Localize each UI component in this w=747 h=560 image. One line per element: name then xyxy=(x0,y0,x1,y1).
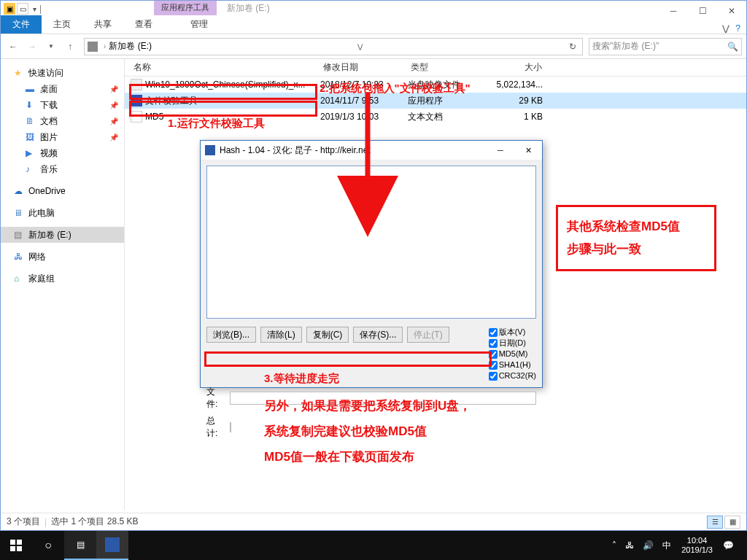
up-button[interactable]: ↑ xyxy=(62,39,78,55)
anno-sidenote: 其他系统检查MD5值 步骤与此一致 xyxy=(556,205,716,271)
column-headers[interactable]: 名称 修改日期 类型 大小 xyxy=(125,59,746,77)
chk-version[interactable]: 版本(V) xyxy=(489,327,536,338)
sidebar-onedrive[interactable]: ☁OneDrive xyxy=(1,183,124,199)
chk-md5[interactable]: MD5(M) xyxy=(489,349,536,359)
taskbar: ○ ▤ ˄ 🖧 🔊 中 10:042019/1/3 💬 xyxy=(0,531,747,560)
nav-bar: ← → ▼ ↑ › 新加卷 (E:) ⋁ ↻ 搜索"新加卷 (E:)" 🔍 xyxy=(1,34,746,59)
forward-button[interactable]: → xyxy=(24,39,40,55)
svg-rect-3 xyxy=(10,546,15,551)
status-bar: 3 个项目 | 选中 1 个项目 28.5 KB ☰ ▦ xyxy=(1,513,746,530)
breadcrumb[interactable]: 新加卷 (E:) xyxy=(107,40,153,52)
view-thumbs-button[interactable]: ▦ xyxy=(724,516,740,529)
tray-notifications-icon[interactable]: 💬 xyxy=(719,540,738,551)
sidebar-drive-e[interactable]: ▤新加卷 (E:) xyxy=(1,227,124,243)
sidebar-pictures[interactable]: 🖼图片📌 xyxy=(1,129,124,145)
pin-icon: 📌 xyxy=(109,133,118,141)
anno-1: 1.运行文件校验工具 xyxy=(168,117,265,131)
minimize-button[interactable]: ─ xyxy=(659,1,688,21)
qa-dropdown[interactable]: ▾ │ xyxy=(33,5,43,13)
hash-options: 版本(V) 日期(D) MD5(M) SHA1(H) CRC32(R) xyxy=(489,327,536,381)
chk-crc32[interactable]: CRC32(R) xyxy=(489,370,536,381)
anno-2: 2.把系统包拖入"文件校验工具" xyxy=(320,82,471,96)
quick-access-toolbar: ▣ ▭ ▾ │ xyxy=(1,1,746,17)
total-label: 总计: xyxy=(206,415,225,440)
start-button[interactable] xyxy=(0,531,32,560)
file-size: 5,022,134... xyxy=(492,79,543,90)
anno-3: 3.等待进度走完 xyxy=(264,372,339,386)
total-progress xyxy=(230,422,231,432)
anno-box-fileprog xyxy=(204,351,492,367)
tray-up-icon[interactable]: ˄ xyxy=(608,540,621,551)
hash-close-button[interactable]: ✕ xyxy=(514,141,542,159)
file-type: 文本文档 xyxy=(408,111,492,123)
sidebar-downloads[interactable]: ⬇下载📌 xyxy=(1,97,124,113)
cortana-button[interactable]: ○ xyxy=(32,531,64,560)
sidebar-videos[interactable]: ▶视频 xyxy=(1,145,124,161)
view-details-button[interactable]: ☰ xyxy=(707,516,723,529)
search-input[interactable]: 搜索"新加卷 (E:)" 🔍 xyxy=(589,38,742,55)
maximize-button[interactable]: ☐ xyxy=(688,1,717,21)
properties-icon[interactable]: ▭ xyxy=(17,3,28,15)
sidebar-homegroup[interactable]: ⌂家庭组 xyxy=(1,271,124,287)
chevron-right-icon[interactable]: › xyxy=(102,42,107,50)
anno-arrow xyxy=(353,93,382,219)
file-size: 1 KB xyxy=(492,112,543,122)
sidebar-desktop[interactable]: ▬桌面📌 xyxy=(1,81,124,97)
help-icon[interactable]: ? xyxy=(735,23,740,34)
svg-rect-1 xyxy=(10,540,15,545)
ribbon-expand-icon[interactable]: ⋁ xyxy=(722,23,729,34)
save-button[interactable]: 保存(S)... xyxy=(353,327,403,343)
ribbon-tabs: 文件 主页 共享 查看 管理 ⋁? xyxy=(1,17,746,34)
tab-file[interactable]: 文件 xyxy=(1,15,42,34)
status-count: 3 个项目 xyxy=(7,516,40,528)
col-type: 类型 xyxy=(408,59,492,76)
back-button[interactable]: ← xyxy=(5,39,21,55)
task-hash[interactable] xyxy=(96,531,128,560)
file-label: 文件: xyxy=(206,386,225,411)
browse-button[interactable]: 浏览(B)... xyxy=(206,327,256,343)
tab-view[interactable]: 查看 xyxy=(123,15,164,34)
col-date: 修改日期 xyxy=(320,59,408,76)
anno-6: MD5值一般在下载页面发布 xyxy=(264,448,414,465)
task-explorer[interactable]: ▤ xyxy=(64,531,96,560)
tray-network-icon[interactable]: 🖧 xyxy=(621,540,638,551)
close-button[interactable]: ✕ xyxy=(717,1,746,21)
stop-button: 停止(T) xyxy=(407,327,449,343)
sidebar-this-pc[interactable]: 🖥此电脑 xyxy=(1,205,124,221)
address-dropdown-icon[interactable]: ⋁ xyxy=(355,43,365,50)
tray-ime[interactable]: 中 xyxy=(658,540,676,552)
clear-button[interactable]: 清除(L) xyxy=(260,327,302,343)
svg-rect-2 xyxy=(17,540,22,545)
search-icon[interactable]: 🔍 xyxy=(727,42,738,52)
window-controls: ─ ☐ ✕ xyxy=(659,1,746,21)
tray-volume-icon[interactable]: 🔊 xyxy=(638,540,658,551)
nav-sidebar: ★快速访问 ▬桌面📌 ⬇下载📌 🗎文档📌 🖼图片📌 ▶视频 ♪音乐 ☁OneDr… xyxy=(1,59,125,510)
chk-date[interactable]: 日期(D) xyxy=(489,338,536,349)
copy-button[interactable]: 复制(C) xyxy=(306,327,349,343)
refresh-icon[interactable]: ↻ xyxy=(566,42,579,52)
hash-app-icon xyxy=(205,145,215,155)
system-tray: ˄ 🖧 🔊 中 10:042019/1/3 💬 xyxy=(608,531,747,560)
svg-rect-4 xyxy=(17,546,22,551)
tray-clock[interactable]: 10:042019/1/3 xyxy=(676,536,719,555)
sidebar-network[interactable]: 🖧网络 xyxy=(1,249,124,265)
drive-icon xyxy=(88,42,98,52)
col-size: 大小 xyxy=(492,59,550,76)
sidebar-music[interactable]: ♪音乐 xyxy=(1,161,124,177)
anno-box-file2 xyxy=(129,101,317,117)
sidebar-quick-access[interactable]: ★快速访问 xyxy=(1,65,124,81)
tab-manage[interactable]: 管理 xyxy=(179,15,220,34)
file-type: 应用程序 xyxy=(408,95,492,107)
pin-icon: 📌 xyxy=(109,85,118,93)
hash-title: Hash - 1.04 - 汉化: 昆子 - http://keir.net xyxy=(220,144,371,157)
context-tab: 应用程序工具 xyxy=(154,1,217,15)
address-bar[interactable]: › 新加卷 (E:) ⋁ ↻ xyxy=(84,38,583,55)
tab-share[interactable]: 共享 xyxy=(82,15,123,34)
chk-sha1[interactable]: SHA1(H) xyxy=(489,359,536,370)
file-size: 29 KB xyxy=(492,96,543,106)
tab-home[interactable]: 主页 xyxy=(42,15,82,34)
hash-minimize-button[interactable]: ─ xyxy=(487,141,514,159)
history-dropdown[interactable]: ▼ xyxy=(43,39,59,55)
sidebar-documents[interactable]: 🗎文档📌 xyxy=(1,113,124,129)
anno-5: 系统复制完建议也校验MD5值 xyxy=(264,423,427,440)
